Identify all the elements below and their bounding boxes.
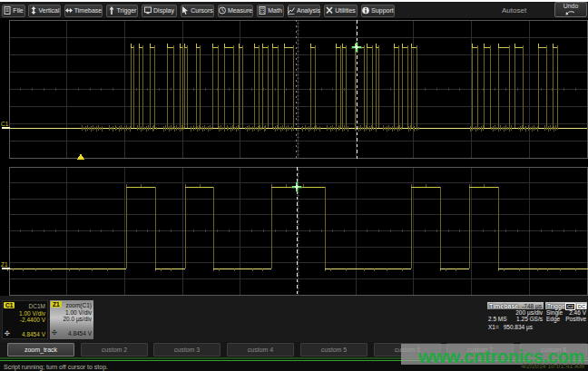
svg-text:C1: C1: [1, 121, 9, 127]
svg-text:Z1: Z1: [1, 261, 8, 268]
